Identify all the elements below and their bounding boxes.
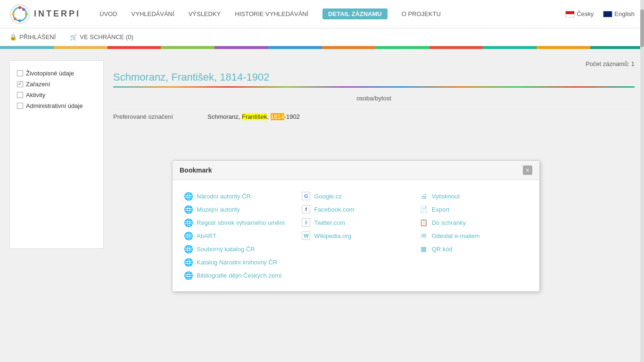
qr-icon: ▦ [420,245,428,253]
bookmark-title: Bookmark [180,166,212,174]
sidebar-checkbox-zivotopisne[interactable] [17,70,23,76]
svg-point-4 [18,19,21,22]
bookmark-item-twitter[interactable]: t Twitter.com [302,216,410,229]
main-content: Životopisné údaje Zařazení Aktivity Admi… [0,51,644,258]
content-area: Počet záznamů: 1 Schmoranz, František, 1… [113,60,635,249]
sidebar-item-aktivity[interactable]: Aktivity [17,90,96,100]
nav-vyhledavani[interactable]: VYHLEDÁVÁNÍ [132,10,174,17]
basket-link[interactable]: 🛒 VE SCHRÁNCE (0) [70,33,133,41]
lock-icon: 🔒 [9,33,17,41]
bookmark-body: 🌐 Národní autority ČR 🌐 Muzejní autority… [173,180,539,291]
sidebar-checkbox-aktivity[interactable] [17,92,23,98]
globe-icon-3: 🌐 [184,218,193,227]
globe-icon-4: 🌐 [184,231,193,240]
bookmark-item-do-schrankcy[interactable]: 📋 Do schránky [420,216,528,229]
nav-uvod[interactable]: ÚVOD [99,10,117,17]
sidebar-checkbox-zarazeni[interactable] [17,81,23,87]
bookmark-item-registr[interactable]: 🌐 Registr sbírek výtvarného umění [184,216,292,229]
export-icon: 📄 [420,205,428,214]
globe-icon-7: 🌐 [184,271,193,280]
lang-english[interactable]: English [603,10,635,17]
email-icon: ✉ [420,231,428,240]
nav-historie[interactable]: HISTORIE VYHLEDÁVÁNÍ [235,10,308,17]
logo-area: INTERPI [9,4,81,25]
sidebar-item-zivotopisne[interactable]: Životopisné údaje [17,68,96,79]
logo-icon [9,4,30,25]
sidebar-item-zarazeni[interactable]: Zařazení [17,79,96,90]
record-count: Počet záznamů: 1 [113,60,635,67]
globe-icon-6: 🌐 [184,258,193,266]
facebook-icon: f [302,205,310,214]
bookmark-item-muzejni[interactable]: 🌐 Muzejní autority [184,203,292,216]
bookmark-item-soubornykatalog[interactable]: 🌐 Souborný katalog ČR [184,242,292,255]
bookmark-item-email[interactable]: ✉ Odeslat e-mailem [420,229,528,242]
nav-detail[interactable]: DETAIL ZÁZNAMU [322,8,388,19]
bookmark-item-narodni[interactable]: 🌐 Národní autority ČR [184,189,292,203]
bookmark-item-abart[interactable]: 🌐 AbART [184,229,292,242]
print-icon: 🖨 [420,192,428,200]
logo-text: INTERPI [34,9,81,19]
globe-icon-1: 🌐 [184,192,193,200]
svg-point-2 [18,6,21,9]
bookmark-item-google[interactable]: G Google.cz [302,189,410,203]
color-bar [0,46,644,49]
lang-czech[interactable]: Česky [565,10,594,17]
highlight-firstname: František [242,113,267,120]
svg-point-6 [22,8,25,11]
flag-gb-icon [603,11,612,17]
globe-icon-5: 🌐 [184,245,193,253]
bookmark-item-katalog[interactable]: 🌐 Katalog Národní knihovny ČR [184,255,292,269]
scrollbar[interactable] [640,0,644,362]
entity-type: osoba/bytost [113,95,635,102]
bookmark-close-button[interactable]: × [523,165,532,175]
pref-row: Preferované označení Schmoranz, Františe… [113,109,635,124]
bookmark-col3: 🖨 Vytisknout 📄 Export 📋 Do schránky ✉ Od… [420,189,528,282]
globe-icon-2: 🌐 [184,205,193,214]
nav-oprojektu[interactable]: O PROJEKTU [402,10,441,17]
bookmark-col2: G Google.cz f Facebook.com t Twitter.com… [302,189,410,282]
bookmark-item-vytisknout[interactable]: 🖨 Vytisknout [420,189,528,203]
bookmark-item-facebook[interactable]: f Facebook.com [302,203,410,216]
bookmark-popup: Bookmark × 🌐 Národní autority ČR 🌐 Muzej… [172,160,540,292]
svg-point-7 [14,17,17,20]
bookmark-item-bibliografie[interactable]: 🌐 Bibliografie dějin Českých zemí [184,269,292,282]
main-nav: ÚVOD VYHLEDÁVÁNÍ VÝSLEDKY HISTORIE VYHLE… [99,8,565,19]
header: INTERPI ÚVOD VYHLEDÁVÁNÍ VÝSLEDKY HISTOR… [0,0,644,28]
sidebar-item-administrativni[interactable]: Administrativní údaje [17,100,96,111]
clipboard-icon: 📋 [420,218,428,227]
svg-point-5 [12,13,15,16]
pref-label: Preferované označení [113,113,207,120]
nav-right: Česky English [565,10,635,17]
svg-point-3 [25,13,28,16]
sidebar-checkbox-administrativni[interactable] [17,103,23,109]
bookmark-col1: 🌐 Národní autority ČR 🌐 Muzejní autority… [184,189,292,282]
pref-value: Schmoranz, František, 1814-1902 [207,113,300,120]
bookmark-item-export[interactable]: 📄 Export [420,203,528,216]
nav-vysledky[interactable]: VÝSLEDKY [189,10,221,17]
sidebar: Životopisné údaje Zařazení Aktivity Admi… [9,60,104,249]
twitter-icon: t [302,218,310,227]
title-underline [113,86,635,88]
bookmark-item-wikipedia[interactable]: W Wikipedia.org [302,229,410,242]
basket-icon: 🛒 [70,33,77,41]
wikipedia-icon: W [302,231,310,240]
login-link[interactable]: 🔒 PŘIHLÁŠENÍ [9,33,56,41]
record-title: Schmoranz, František, 1814-1902 [113,71,635,83]
sub-header: 🔒 PŘIHLÁŠENÍ 🛒 VE SCHRÁNCE (0) [0,28,644,46]
highlight-year: 1814 [271,113,284,120]
bookmark-header: Bookmark × [173,161,539,180]
flag-cz-icon [565,11,575,17]
google-icon: G [302,192,310,200]
bookmark-item-qr[interactable]: ▦ QR kód [420,242,528,255]
